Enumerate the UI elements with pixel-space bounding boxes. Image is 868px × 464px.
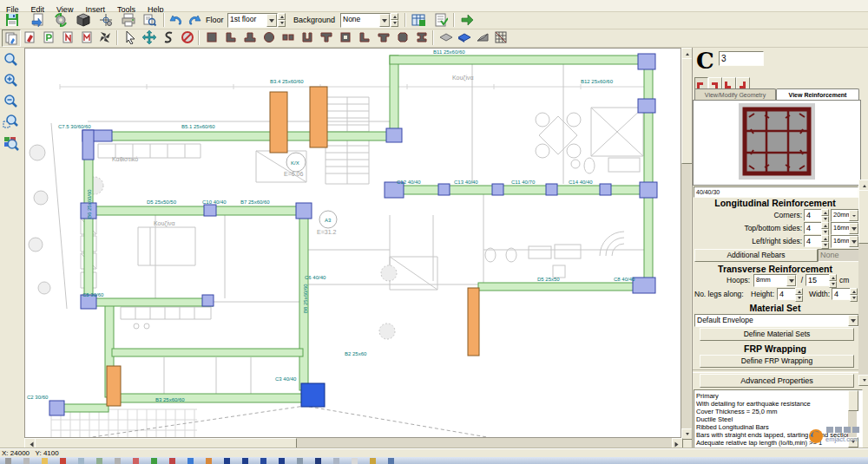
frame-view-button[interactable] — [492, 29, 510, 45]
taskbar-icon[interactable] — [297, 458, 303, 464]
zoom-window-button[interactable] — [3, 52, 20, 68]
section-footing-button[interactable] — [241, 29, 259, 45]
background-select[interactable]: None — [340, 13, 391, 28]
copy-p-button[interactable] — [40, 29, 57, 45]
taskbar-icon[interactable] — [352, 458, 358, 464]
legs-width-stepper[interactable] — [850, 288, 858, 300]
paste-properties-button[interactable] — [2, 29, 21, 47]
taskbar-icon[interactable] — [78, 458, 84, 464]
go-button[interactable] — [458, 12, 476, 28]
taskbar-icon[interactable] — [96, 458, 102, 464]
copy-load-button[interactable] — [21, 29, 38, 45]
axes-settings-button[interactable] — [97, 12, 115, 28]
chevron-down-icon[interactable] — [266, 14, 277, 27]
section-circle-button[interactable] — [260, 29, 278, 45]
taskbar-icon[interactable] — [206, 458, 212, 464]
taskbar-icon[interactable] — [242, 458, 248, 464]
taskbar-icon[interactable] — [5, 458, 11, 464]
taskbar-icon[interactable] — [133, 458, 139, 464]
advanced-properties-button[interactable]: Advanced Properties — [700, 374, 854, 388]
zoom-previous-button[interactable] — [3, 114, 20, 130]
tab-reinforcement[interactable]: View Reinforcement — [776, 88, 859, 101]
canvas-hscrollbar[interactable] — [24, 438, 681, 448]
chevron-down-icon[interactable] — [848, 315, 858, 326]
additional-rebars-button[interactable]: Additional Rebars — [694, 249, 818, 262]
taskbar-icon[interactable] — [388, 458, 394, 464]
taskbar-icon[interactable] — [187, 458, 194, 464]
save-button[interactable] — [3, 12, 21, 28]
move-button[interactable] — [141, 29, 158, 45]
topbottom-size-select[interactable]: 16mm — [831, 222, 859, 235]
topbottom-stepper[interactable] — [821, 222, 829, 234]
floor-select[interactable]: 1st floor — [227, 13, 278, 28]
leftright-size-select[interactable]: 16mm — [831, 235, 859, 248]
copy-m-button[interactable] — [78, 29, 95, 45]
canvas-vscrollbar[interactable] — [681, 48, 691, 438]
taskbar-icon[interactable] — [370, 458, 376, 464]
report-button[interactable] — [432, 12, 450, 28]
section-u-button[interactable] — [299, 29, 316, 45]
legs-height-stepper[interactable] — [795, 288, 803, 300]
tables-button[interactable] — [410, 12, 427, 28]
taskbar[interactable] — [0, 457, 868, 464]
define-material-sets-button[interactable]: Define Material Sets — [700, 328, 854, 341]
define-frp-wrapping-button[interactable]: Define FRP Wrapping — [700, 355, 854, 368]
hoops-spacing-stepper[interactable] — [829, 274, 837, 286]
zoom-out-button[interactable] — [3, 94, 20, 109]
section-octagon-button[interactable] — [394, 29, 411, 45]
section-box-button[interactable] — [337, 29, 354, 45]
corners-size-select[interactable]: 20mm — [831, 209, 859, 222]
floor-stepper[interactable] — [278, 13, 286, 26]
undo-button[interactable] — [168, 12, 185, 28]
taskbar-icon[interactable] — [315, 458, 321, 464]
hoops-size-select[interactable]: 8mm — [753, 274, 797, 287]
spline-button[interactable] — [160, 29, 177, 45]
fan-button[interactable] — [96, 29, 114, 45]
taskbar-icon[interactable] — [151, 458, 157, 464]
redo-button[interactable] — [186, 12, 203, 28]
blue-columns[interactable] — [49, 54, 657, 415]
chevron-down-icon[interactable] — [849, 223, 858, 234]
material-set-select[interactable]: Default Envelope — [694, 314, 859, 327]
slab-ramp-button[interactable] — [474, 29, 491, 45]
section-i-button[interactable] — [413, 29, 431, 45]
selected-column-c3[interactable] — [301, 383, 325, 407]
section-t-button[interactable] — [318, 29, 335, 45]
taskbar-icon[interactable] — [224, 458, 230, 464]
section-rect-button[interactable] — [203, 29, 220, 45]
leftright-stepper[interactable] — [821, 235, 829, 247]
refresh-button[interactable] — [52, 12, 69, 28]
view-3d-button[interactable] — [75, 12, 92, 28]
zoom-in-button[interactable] — [3, 73, 20, 88]
chevron-down-icon[interactable] — [849, 210, 858, 221]
chevron-down-icon[interactable] — [849, 236, 858, 247]
tab-geometry[interactable]: View/Modify Geometry — [694, 88, 776, 101]
slab-flat-button[interactable] — [437, 29, 455, 45]
taskbar-icon[interactable] — [42, 458, 48, 464]
corners-stepper[interactable] — [821, 209, 829, 221]
slab-blue-button[interactable] — [456, 29, 473, 45]
print-preview-button[interactable] — [141, 12, 158, 28]
taskbar-icon[interactable] — [23, 458, 30, 464]
copy-n-button[interactable] — [59, 29, 76, 45]
section-double-button[interactable] — [279, 29, 297, 45]
print-button[interactable] — [120, 12, 137, 28]
section-l-button[interactable] — [222, 29, 240, 45]
taskbar-icon[interactable] — [260, 458, 266, 464]
taskbar-icon[interactable] — [279, 458, 285, 464]
taskbar-icon[interactable] — [115, 458, 121, 464]
select-button[interactable] — [122, 29, 139, 45]
delete-button[interactable] — [179, 29, 196, 45]
background-stepper[interactable] — [391, 13, 398, 26]
section-t2-button[interactable] — [375, 29, 392, 45]
taskbar-icon[interactable] — [333, 458, 339, 464]
taskbar-icon[interactable] — [169, 458, 175, 464]
panel-scrollbar[interactable] — [858, 180, 868, 384]
chevron-down-icon[interactable] — [379, 14, 390, 27]
zoom-extents-button[interactable] — [3, 135, 20, 151]
import-button[interactable] — [30, 12, 47, 28]
section-number-input[interactable]: 3 — [719, 51, 764, 66]
drawing-canvas[interactable]: C7.5 30/60/60B5.1 25x60/60B3.4 25x60/60B… — [24, 48, 681, 438]
section-l2-button[interactable] — [356, 29, 373, 45]
chevron-down-icon[interactable] — [786, 275, 796, 286]
